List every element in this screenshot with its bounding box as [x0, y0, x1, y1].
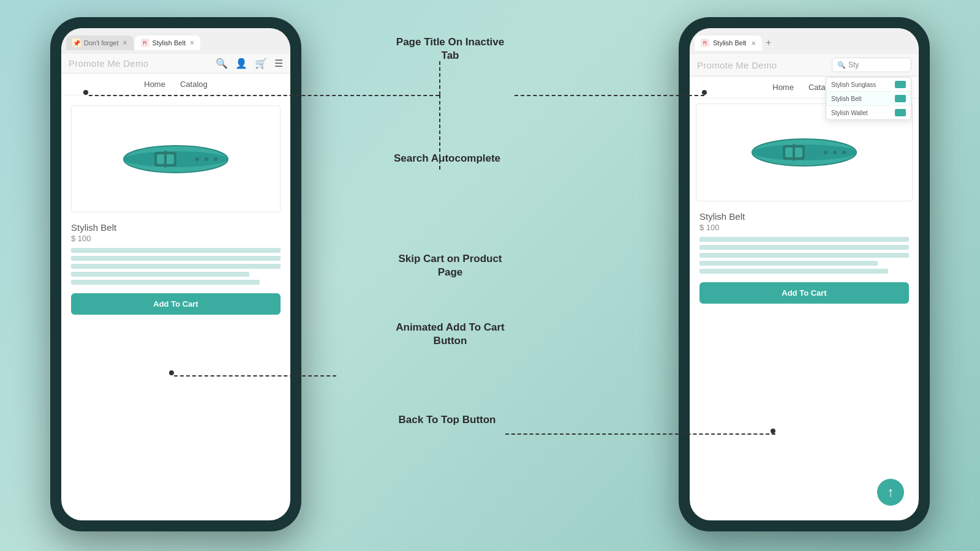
line-page-title-h [89, 95, 439, 96]
autocomplete-item-3[interactable]: Stylish Wallet [826, 106, 911, 119]
belt-illustration-right [746, 128, 862, 177]
text-line-3 [71, 264, 281, 269]
text-line-r4 [699, 261, 878, 266]
site-title-right: Promote Me Demo [697, 60, 777, 70]
site-nav-left: Home Catalog [61, 73, 290, 96]
autocomplete-item-1[interactable]: Stylish Sunglass [826, 78, 911, 92]
tab-stylish-belt-right[interactable]: R Stylish Belt × [695, 36, 762, 51]
phone-right: R Stylish Belt × + Promote Me Demo 🔍 Sty… [679, 17, 930, 531]
nav-catalog-left[interactable]: Catalog [180, 80, 208, 89]
dot-back-top [771, 429, 775, 433]
search-icon[interactable]: 🔍 [216, 58, 228, 69]
svg-point-16 [833, 151, 837, 154]
svg-point-15 [824, 151, 827, 154]
dot-search-right [702, 90, 707, 95]
svg-point-8 [214, 157, 217, 161]
product-price-left: $ 100 [71, 234, 281, 243]
back-to-top-button[interactable]: ↑ [877, 479, 904, 506]
tab-close-stylish-belt[interactable]: × [190, 39, 194, 47]
tab-icon-reminder: 📌 [72, 39, 81, 47]
svg-rect-14 [793, 144, 795, 161]
annotation-search-autocomplete: Search Autocomplete [389, 152, 505, 165]
svg-rect-5 [164, 151, 167, 168]
annotation-skip-cart: Skip Cart on Product Page [389, 252, 511, 279]
text-line-5 [71, 280, 260, 285]
tab-label-right: Stylish Belt [713, 39, 746, 47]
product-title-left: Stylish Belt [71, 222, 281, 233]
browser-bar-left: Promote Me Demo 🔍 👤 🛒 ☰ [61, 54, 290, 73]
product-title-right: Stylish Belt [699, 211, 909, 222]
search-input-text[interactable]: Sty [848, 61, 859, 69]
line-search-h [514, 95, 704, 96]
menu-icon[interactable]: ☰ [274, 58, 283, 69]
autocomplete-label-3: Stylish Wallet [831, 110, 868, 116]
annotation-page-title: Page Title On Inactive Tab [392, 36, 508, 62]
tab-label-dont-forget: Don't forget [84, 39, 119, 47]
phone-left-screen: 📌 Don't forget × R Stylish Belt × Promot… [61, 28, 290, 520]
add-to-cart-button-right[interactable]: Add To Cart [699, 282, 909, 304]
nav-home-right[interactable]: Home [772, 83, 794, 92]
dot-page-title [83, 90, 88, 95]
text-line-r3 [699, 253, 909, 258]
svg-point-6 [195, 157, 199, 161]
browser-icons-left: 🔍 👤 🛒 ☰ [216, 58, 283, 69]
tab-icon-belt: R [141, 39, 149, 47]
product-price-right: $ 100 [699, 223, 909, 232]
autocomplete-icon-3 [895, 109, 906, 116]
tab-close-right[interactable]: × [751, 39, 756, 48]
search-icon-right: 🔍 [837, 61, 846, 69]
add-to-cart-button-left[interactable]: Add To Cart [71, 293, 281, 315]
tab-dont-forget[interactable]: 📌 Don't forget × [66, 36, 134, 50]
dot-cart-left [169, 370, 174, 375]
line-cart-h-left [174, 375, 336, 377]
autocomplete-icon-1 [895, 81, 906, 88]
tab-close-dont-forget[interactable]: × [123, 39, 127, 47]
browser-tabs-right: R Stylish Belt × + [690, 28, 919, 54]
line-back-top-h [505, 433, 775, 435]
phone-right-screen: R Stylish Belt × + Promote Me Demo 🔍 Sty… [690, 28, 919, 520]
search-overlay: 🔍 Sty Stylish Sunglass Stylish Belt Styl… [832, 58, 911, 72]
browser-bar-right: Promote Me Demo 🔍 Sty Stylish Sunglass S… [690, 54, 919, 77]
autocomplete-dropdown: Stylish Sunglass Stylish Belt Stylish Wa… [826, 77, 911, 120]
belt-illustration-left [118, 135, 234, 184]
back-to-top-icon: ↑ [888, 485, 894, 499]
tab-add-button[interactable]: + [766, 37, 771, 48]
nav-home-left[interactable]: Home [144, 80, 165, 89]
tab-label-stylish-belt: Stylish Belt [153, 39, 186, 47]
autocomplete-icon-2 [895, 95, 906, 102]
search-input-bar[interactable]: 🔍 Sty [832, 58, 911, 72]
autocomplete-item-2[interactable]: Stylish Belt [826, 92, 911, 106]
cart-icon[interactable]: 🛒 [255, 58, 267, 69]
product-image-left [71, 105, 281, 212]
annotation-back-to-top: Back To Top Button [389, 413, 505, 427]
product-description-right [699, 237, 909, 274]
line-page-title-v [439, 61, 440, 95]
svg-point-17 [842, 151, 846, 154]
account-icon[interactable]: 👤 [235, 58, 247, 69]
browser-tabs-left: 📌 Don't forget × R Stylish Belt × [61, 28, 290, 54]
text-line-r5 [699, 269, 888, 274]
text-line-r2 [699, 245, 909, 250]
phone-left: 📌 Don't forget × R Stylish Belt × Promot… [50, 17, 301, 531]
line-search-v [439, 95, 440, 170]
autocomplete-label-1: Stylish Sunglass [831, 81, 876, 88]
site-title-left: Promote Me Demo [69, 58, 148, 69]
svg-point-7 [205, 157, 208, 161]
product-description-left [71, 248, 281, 285]
annotation-animated-add: Animated Add To Cart Button [389, 321, 511, 348]
text-line-4 [71, 272, 249, 277]
text-line-1 [71, 248, 281, 253]
tab-icon-belt-right: R [701, 39, 709, 47]
autocomplete-label-2: Stylish Belt [831, 96, 861, 102]
tab-stylish-belt[interactable]: R Stylish Belt × [135, 36, 200, 50]
text-line-2 [71, 256, 281, 261]
text-line-r1 [699, 237, 909, 242]
